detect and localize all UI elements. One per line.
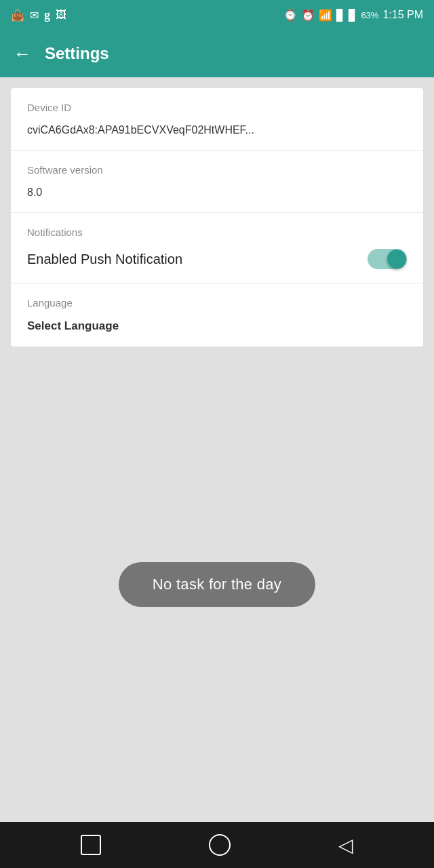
signal-icon: ▊: [336, 9, 344, 22]
alarm-icon: ⏰: [301, 9, 315, 22]
notifications-label: Notifications: [27, 226, 407, 238]
status-bar-left: 👜 ✉ g 🖼: [11, 8, 66, 22]
language-label: Language: [27, 297, 407, 309]
push-notification-toggle[interactable]: [368, 249, 407, 269]
device-id-value: cviCA6GdAx8:APA91bECVXVeqF02HtWHEF...: [27, 124, 407, 136]
status-bar: 👜 ✉ g 🖼 ⌚ ⏰ 📶 ▊ ▊ 63% 1:15 PM: [0, 0, 434, 30]
software-version-value: 8.0: [27, 186, 407, 199]
gray-area: No task for the day: [0, 347, 434, 822]
toggle-thumb: [387, 250, 406, 269]
bottom-nav-bar: ◁: [0, 822, 434, 868]
g-icon: g: [44, 8, 50, 22]
notifications-section: Notifications Enabled Push Notification: [11, 213, 423, 283]
watch-icon: ⌚: [283, 9, 297, 22]
bag-icon: 👜: [11, 9, 24, 22]
mail-icon: ✉: [30, 9, 39, 22]
software-version-label: Software version: [27, 164, 407, 176]
page-title: Settings: [45, 44, 109, 63]
signal2-icon: ▊: [349, 9, 357, 22]
recents-button[interactable]: [81, 835, 101, 855]
device-id-section: Device ID cviCA6GdAx8:APA91bECVXVeqF02Ht…: [11, 88, 423, 151]
notification-row: Enabled Push Notification: [27, 249, 407, 269]
back-button[interactable]: ←: [14, 43, 31, 64]
no-task-button[interactable]: No task for the day: [119, 562, 315, 607]
image-icon: 🖼: [56, 9, 66, 21]
home-button[interactable]: [209, 834, 231, 856]
app-header: ← Settings: [0, 30, 434, 77]
status-time: 1:15 PM: [382, 9, 423, 21]
wifi-icon: 📶: [319, 9, 332, 22]
device-id-label: Device ID: [27, 102, 407, 113]
status-bar-right: ⌚ ⏰ 📶 ▊ ▊ 63% 1:15 PM: [283, 9, 423, 22]
language-section: Language Select Language: [11, 283, 423, 347]
select-language-button[interactable]: Select Language: [27, 319, 407, 333]
settings-card: Device ID cviCA6GdAx8:APA91bECVXVeqF02Ht…: [11, 88, 423, 347]
push-notification-label: Enabled Push Notification: [27, 252, 182, 267]
software-version-section: Software version 8.0: [11, 151, 423, 213]
battery-icon: 63%: [361, 10, 378, 20]
back-nav-button[interactable]: ◁: [338, 834, 353, 856]
